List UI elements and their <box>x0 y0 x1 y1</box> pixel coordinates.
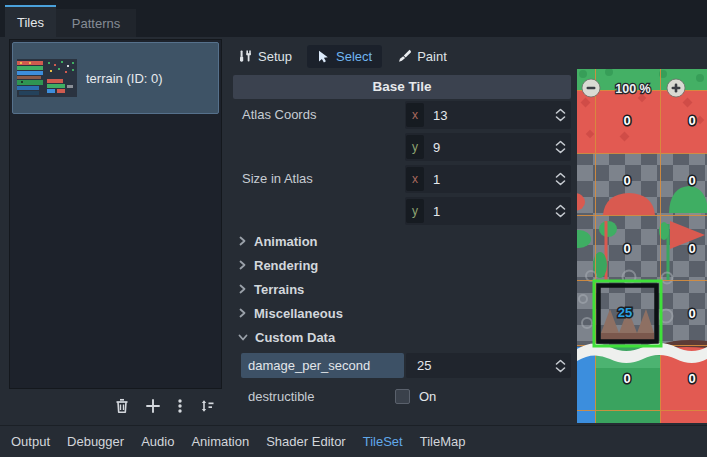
sort-icon[interactable] <box>199 398 215 414</box>
selected-tile-value-label: 25 <box>618 305 632 320</box>
select-button[interactable]: Select <box>307 45 382 68</box>
property-row-atlas-coords-y: y 9 <box>233 131 571 163</box>
spinner-icon[interactable] <box>555 359 566 373</box>
size-in-atlas-x-field[interactable]: x 1 <box>405 165 571 193</box>
axis-y-badge: y <box>406 135 424 159</box>
bottom-panel-bar: Output Debugger Audio Animation Shader E… <box>0 425 707 457</box>
spinner-icon[interactable] <box>555 140 566 154</box>
property-label <box>233 195 405 227</box>
bottom-item-debugger[interactable]: Debugger <box>67 434 124 449</box>
axis-x-badge: x <box>406 103 424 127</box>
tab-patterns[interactable]: Patterns <box>56 9 136 37</box>
tile-label: 0 <box>623 241 630 256</box>
bottom-item-audio[interactable]: Audio <box>141 434 174 449</box>
section-miscellaneous[interactable]: Miscellaneous <box>233 301 571 325</box>
damage-per-second-label[interactable]: damage_per_second <box>241 353 404 378</box>
size-in-atlas-x-value[interactable]: 1 <box>433 172 555 187</box>
damage-per-second-field[interactable]: 25 <box>406 353 571 378</box>
chevron-right-icon <box>238 284 247 294</box>
tab-tiles-label: Tiles <box>17 15 44 30</box>
section-animation[interactable]: Animation <box>233 229 571 253</box>
paint-button[interactable]: Paint <box>390 46 454 67</box>
select-label: Select <box>336 49 372 64</box>
property-row-atlas-coords-x: Atlas Coords x 13 <box>233 99 571 131</box>
section-label: Miscellaneous <box>254 306 343 321</box>
base-tile-header: Base Tile <box>233 75 571 99</box>
bottom-item-shader-editor[interactable]: Shader Editor <box>266 434 346 449</box>
menu-icon[interactable] <box>176 398 184 414</box>
setup-label: Setup <box>258 49 292 64</box>
custom-data-destructible-row: destructible On <box>233 381 571 411</box>
spinner-icon[interactable] <box>555 204 566 218</box>
tile-label: 0 <box>623 173 630 188</box>
tab-tiles[interactable]: Tiles <box>5 5 56 37</box>
add-icon[interactable] <box>145 398 161 414</box>
damage-per-second-value[interactable]: 25 <box>406 358 555 373</box>
tile-source-list[interactable]: terrain (ID: 0) <box>9 39 222 389</box>
tile-label: 0 <box>688 371 695 386</box>
size-in-atlas-y-field[interactable]: y 1 <box>405 197 571 225</box>
tab-patterns-label: Patterns <box>72 16 120 31</box>
size-in-atlas-y-value[interactable]: 1 <box>433 204 555 219</box>
zoom-out-button[interactable] <box>582 79 600 97</box>
brush-icon <box>397 49 411 63</box>
property-label: Size in Atlas <box>233 163 405 195</box>
chevron-right-icon <box>238 236 247 246</box>
list-toolbar <box>9 392 222 420</box>
destructible-on-label: On <box>419 389 436 404</box>
zoom-in-button[interactable] <box>667 79 685 97</box>
section-label: Terrains <box>254 282 304 297</box>
bottom-item-tileset[interactable]: TileSet <box>363 434 403 449</box>
spinner-icon[interactable] <box>555 108 566 122</box>
atlas-coords-y-value[interactable]: 9 <box>433 140 555 155</box>
tile-label: 0 <box>688 306 695 321</box>
chevron-down-icon <box>238 333 248 342</box>
section-rendering[interactable]: Rendering <box>233 253 571 277</box>
tile-label: 0 <box>688 113 695 128</box>
setup-button[interactable]: Setup <box>231 46 299 67</box>
section-label: Animation <box>254 234 318 249</box>
property-label: Atlas Coords <box>233 99 405 131</box>
zoom-level-label: 100 % <box>615 82 650 96</box>
destructible-label: destructible <box>233 389 395 404</box>
tile-label: 0 <box>623 371 630 386</box>
trash-icon[interactable] <box>114 398 130 414</box>
tools-icon <box>238 49 252 63</box>
section-terrains[interactable]: Terrains <box>233 277 571 301</box>
bottom-item-animation[interactable]: Animation <box>191 434 249 449</box>
section-custom-data[interactable]: Custom Data <box>233 325 571 349</box>
property-label <box>233 131 405 163</box>
tile-label: 0 <box>688 241 695 256</box>
atlas-coords-x-value[interactable]: 13 <box>433 108 555 123</box>
destructible-checkbox[interactable] <box>395 389 410 404</box>
custom-data-damage-row: damage_per_second 25 <box>233 352 571 379</box>
tile-atlas-view[interactable]: 0 0 0 0 0 0 0 0 0 25 100 % <box>577 69 707 423</box>
atlas-coords-y-field[interactable]: y 9 <box>405 133 571 161</box>
tile-label: 0 <box>688 173 695 188</box>
property-row-size-y: y 1 <box>233 195 571 227</box>
tile-source-label: terrain (ID: 0) <box>86 71 163 86</box>
tileset-thumbnail <box>17 59 77 97</box>
tile-label: 0 <box>623 113 630 128</box>
cursor-icon <box>317 50 330 63</box>
section-label: Rendering <box>254 258 318 273</box>
chevron-right-icon <box>238 260 247 270</box>
section-label: Custom Data <box>255 330 335 345</box>
axis-y-badge: y <box>406 199 424 223</box>
atlas-texture: 0 0 0 0 0 0 0 0 0 25 100 % <box>577 69 707 423</box>
spinner-icon[interactable] <box>555 172 566 186</box>
inspector-sections: Animation Rendering Terrains Miscellaneo… <box>233 229 571 349</box>
godot-tileset-panel: Tiles Patterns <box>0 0 707 457</box>
axis-x-badge: x <box>406 167 424 191</box>
property-rows: Atlas Coords x 13 y 9 Size <box>233 99 571 227</box>
property-row-size-x: Size in Atlas x 1 <box>233 163 571 195</box>
atlas-coords-x-field[interactable]: x 13 <box>405 101 571 129</box>
chevron-right-icon <box>238 308 247 318</box>
bottom-item-output[interactable]: Output <box>11 434 50 449</box>
tab-bar: Tiles Patterns <box>0 0 707 37</box>
paint-label: Paint <box>417 49 447 64</box>
atlas-tool-tabs: Setup Select Paint <box>231 42 454 70</box>
bottom-item-tilemap[interactable]: TileMap <box>420 434 466 449</box>
list-item[interactable]: terrain (ID: 0) <box>12 42 219 114</box>
